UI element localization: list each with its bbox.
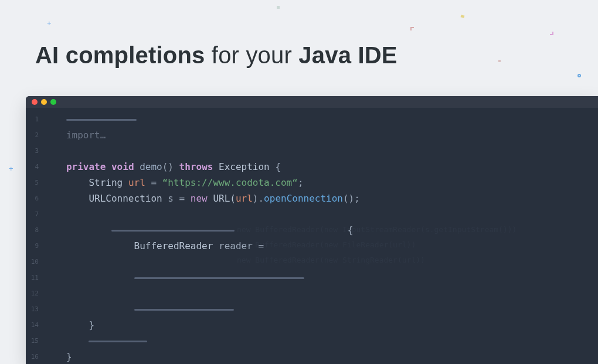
code-token-punc: reader = xyxy=(213,240,269,251)
code-line xyxy=(49,285,598,301)
code-line: } xyxy=(49,317,598,333)
code-token-import: import… xyxy=(66,130,106,141)
window-minimize-icon[interactable] xyxy=(41,99,47,105)
skeleton-bar xyxy=(66,119,137,121)
code-token-keyword: throws xyxy=(179,161,213,172)
code-token-keyword: private xyxy=(66,161,106,172)
code-token-keyword: new xyxy=(191,193,208,204)
code-line: { xyxy=(49,222,598,238)
line-number: 6 xyxy=(26,190,39,206)
line-number: 15 xyxy=(26,333,39,349)
line-number: 14 xyxy=(26,317,39,333)
code-token-punc: ; xyxy=(298,177,304,188)
code-token-variable: url xyxy=(128,177,145,188)
code-token-punc: } xyxy=(89,319,94,331)
code-token-punc: { xyxy=(275,161,281,172)
window-zoom-icon[interactable] xyxy=(50,99,56,105)
line-number: 10 xyxy=(26,254,39,270)
code-token-punc: . xyxy=(258,193,264,204)
line-number: 4 xyxy=(26,159,39,175)
confetti-speck xyxy=(410,27,414,30)
code-token-method: demo xyxy=(140,161,162,172)
line-number: 5 xyxy=(26,175,39,190)
code-line: String url = “https://www.codota.com“; xyxy=(49,175,598,190)
code-line xyxy=(49,333,598,349)
code-token-keyword: void xyxy=(111,161,134,172)
code-token-punc: { xyxy=(348,224,354,236)
code-line-active: BufferedReader reader = xyxy=(49,206,598,222)
code-token-type: BufferedReader xyxy=(134,240,213,251)
line-number: 8 xyxy=(26,222,39,238)
code-line xyxy=(49,254,598,270)
code-line xyxy=(49,270,598,285)
line-number: 13 xyxy=(26,301,39,317)
plus-icon: + xyxy=(47,19,52,28)
line-number-gutter: 1 2 3 4 5 6 7 8 9 10 11 12 13 14 15 16 1… xyxy=(26,108,43,364)
line-number: 12 xyxy=(26,285,39,301)
confetti-speck xyxy=(277,6,280,9)
skeleton-bar xyxy=(111,230,235,232)
code-line xyxy=(49,143,598,159)
code-area[interactable]: import… private void demo() throws Excep… xyxy=(43,108,598,364)
code-token-variable: url xyxy=(236,193,253,204)
line-number: 1 xyxy=(26,111,39,127)
page-title: AI completions for your Java IDE xyxy=(35,42,397,69)
code-token-punc: = xyxy=(145,177,162,188)
code-line: URLConnection s = new URL(url).openConne… xyxy=(49,190,598,206)
confetti-speck xyxy=(498,60,501,62)
line-number: 9 xyxy=(26,238,39,254)
code-token-string: “https://www.codota.com“ xyxy=(162,177,298,188)
code-token-punc: s = xyxy=(162,193,191,204)
code-token-type: Exception xyxy=(219,161,270,172)
code-token-function: openConnection xyxy=(264,193,343,204)
window-close-icon[interactable] xyxy=(32,99,38,105)
code-token-punc: () xyxy=(162,161,174,172)
line-number: 2 xyxy=(26,127,39,143)
skeleton-bar xyxy=(134,309,234,311)
line-number: 11 xyxy=(26,270,39,285)
code-line: private void demo() throws Exception { xyxy=(49,159,598,175)
code-line: import… xyxy=(49,127,598,143)
plus-icon: + xyxy=(9,164,13,173)
heading-part-1: AI completions xyxy=(35,42,205,68)
code-line xyxy=(49,111,598,127)
window-titlebar xyxy=(26,96,598,108)
line-number: 7 xyxy=(26,206,39,222)
confetti-speck xyxy=(550,32,553,35)
line-number: 16 xyxy=(26,349,39,364)
line-number: 3 xyxy=(26,143,39,159)
confetti-speck xyxy=(461,15,465,18)
skeleton-bar xyxy=(89,341,147,342)
code-token-type: String xyxy=(89,177,123,188)
code-line xyxy=(49,301,598,317)
code-editor[interactable]: 1 2 3 4 5 6 7 8 9 10 11 12 13 14 15 16 1… xyxy=(26,108,598,364)
confetti-speck xyxy=(577,74,581,77)
heading-part-3: Java IDE xyxy=(298,42,397,68)
code-line: } xyxy=(49,349,598,364)
skeleton-bar xyxy=(134,277,304,279)
code-token-punc: } xyxy=(66,351,72,362)
heading-part-2: for your xyxy=(205,42,299,68)
code-token-type: URL( xyxy=(208,193,236,204)
code-token-type: URLConnection xyxy=(89,193,162,204)
editor-window: 1 2 3 4 5 6 7 8 9 10 11 12 13 14 15 16 1… xyxy=(26,96,598,364)
code-token-punc: (); xyxy=(343,193,360,204)
